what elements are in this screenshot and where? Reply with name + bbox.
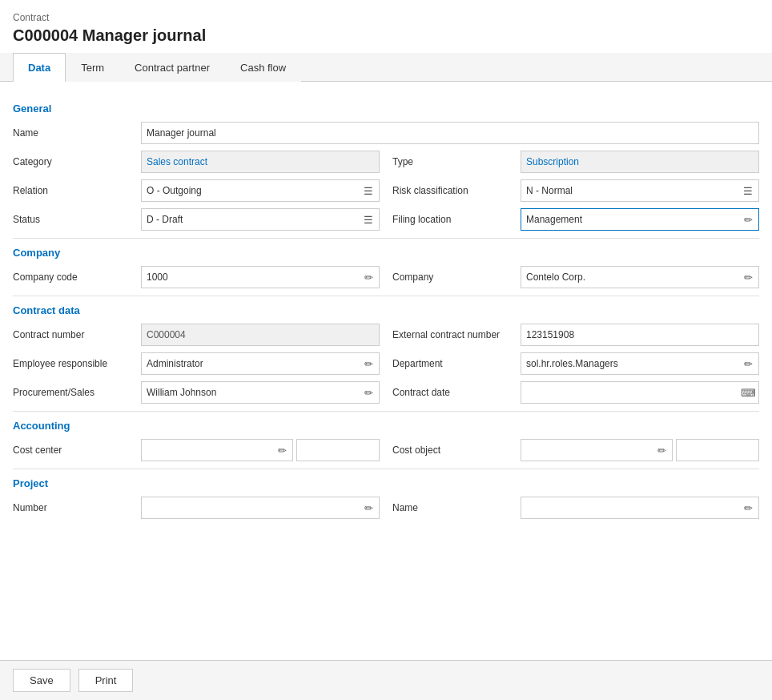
section-company: Company xyxy=(13,247,759,259)
project-name-input[interactable] xyxy=(521,500,738,516)
tab-data[interactable]: Data xyxy=(13,53,66,82)
filing-label: Filing location xyxy=(392,214,521,225)
status-input-group: ☰ xyxy=(141,208,380,231)
page-title: C000004 Manager journal xyxy=(0,26,772,53)
cost-object-name-input[interactable] xyxy=(676,439,759,461)
name-label: Name xyxy=(13,127,141,139)
cost-object-code-input[interactable] xyxy=(521,442,651,458)
company-input[interactable] xyxy=(521,269,738,285)
employee-input-group: ✏ xyxy=(141,352,380,375)
department-input[interactable] xyxy=(521,356,738,372)
tab-cash-flow[interactable]: Cash flow xyxy=(225,53,301,82)
cost-object-code-group: ✏ xyxy=(521,439,673,461)
relation-input[interactable] xyxy=(142,183,358,199)
risk-half: Risk classification ☰ xyxy=(392,179,759,202)
company-code-label: Company code xyxy=(13,272,141,283)
relation-field: ☰ xyxy=(141,179,380,202)
contract-date-field: ⌨ xyxy=(521,381,759,404)
tab-contract-partner[interactable]: Contract partner xyxy=(119,53,225,82)
project-number-half: Number ✏ xyxy=(13,497,380,519)
bottom-bar: Save Print xyxy=(0,660,772,700)
project-number-input[interactable] xyxy=(142,500,358,516)
status-input[interactable] xyxy=(142,211,358,227)
risk-input[interactable] xyxy=(521,183,738,199)
section-project: Project xyxy=(13,477,759,489)
risk-dropdown-icon[interactable]: ☰ xyxy=(738,180,758,201)
status-dropdown-icon[interactable]: ☰ xyxy=(358,209,379,230)
company-edit-icon[interactable]: ✏ xyxy=(738,267,758,288)
filing-field: ✏ xyxy=(521,208,759,231)
company-half: Company ✏ xyxy=(392,266,759,288)
project-number-input-group: ✏ xyxy=(141,497,380,519)
relation-input-group: ☰ xyxy=(141,179,380,202)
ext-contract-input[interactable] xyxy=(521,324,759,346)
cost-object-edit-icon[interactable]: ✏ xyxy=(651,440,672,461)
filing-input[interactable] xyxy=(521,211,738,227)
employee-edit-icon[interactable]: ✏ xyxy=(358,353,379,374)
risk-field: ☰ xyxy=(521,179,759,202)
cost-object-label: Cost object xyxy=(392,445,521,456)
contract-number-field xyxy=(141,324,380,346)
category-input[interactable] xyxy=(141,151,380,173)
section-accounting: Accounting xyxy=(13,420,759,432)
department-edit-icon[interactable]: ✏ xyxy=(738,353,758,374)
company-label: Company xyxy=(392,272,521,283)
relation-label: Relation xyxy=(13,185,141,196)
procurement-half: Procurement/Sales ✏ xyxy=(13,381,380,404)
type-half: Type xyxy=(392,151,759,173)
cost-center-label: Cost center xyxy=(13,445,141,456)
cost-center-field: ✏ xyxy=(141,439,380,461)
status-half: Status ☰ xyxy=(13,208,380,231)
department-half: Department ✏ xyxy=(392,352,759,375)
type-field xyxy=(521,151,759,173)
cost-center-name-input[interactable] xyxy=(296,439,380,461)
cost-center-edit-icon[interactable]: ✏ xyxy=(271,440,292,461)
company-code-edit-icon[interactable]: ✏ xyxy=(358,267,379,288)
section-general: General xyxy=(13,103,759,115)
cost-center-half: Cost center ✏ xyxy=(13,439,380,461)
employee-field: ✏ xyxy=(141,352,380,375)
tab-term[interactable]: Term xyxy=(66,53,119,82)
name-input[interactable] xyxy=(141,122,759,144)
project-number-label: Number xyxy=(13,502,141,513)
relation-dropdown-icon[interactable]: ☰ xyxy=(358,180,379,201)
project-name-edit-icon[interactable]: ✏ xyxy=(738,497,758,518)
relation-half: Relation ☰ xyxy=(13,179,380,202)
project-name-label: Name xyxy=(392,502,521,513)
company-input-group: ✏ xyxy=(521,266,759,288)
procurement-edit-icon[interactable]: ✏ xyxy=(358,382,379,403)
cost-center-code-input[interactable] xyxy=(142,442,271,458)
relation-risk-row: Relation ☰ Risk classification ☰ xyxy=(13,179,759,203)
contract-number-label: Contract number xyxy=(13,329,141,340)
main-content: General Name Category Type xyxy=(0,82,772,700)
employee-input[interactable] xyxy=(142,356,358,372)
contract-number-half: Contract number xyxy=(13,324,380,346)
contract-date-calendar-icon[interactable]: ⌨ xyxy=(738,382,758,403)
project-name-input-group: ✏ xyxy=(521,497,759,519)
project-number-edit-icon[interactable]: ✏ xyxy=(358,497,379,518)
contract-date-input[interactable] xyxy=(521,384,738,400)
contract-number-input[interactable] xyxy=(141,324,380,346)
type-input[interactable] xyxy=(521,151,759,173)
contract-number-row: Contract number External contract number xyxy=(13,323,759,347)
company-code-field: ✏ xyxy=(141,266,380,288)
procurement-input[interactable] xyxy=(142,384,358,400)
print-button[interactable]: Print xyxy=(78,669,134,692)
contract-date-label: Contract date xyxy=(392,387,521,398)
contract-date-half: Contract date ⌨ xyxy=(392,381,759,404)
save-button[interactable]: Save xyxy=(13,669,70,692)
procurement-input-group: ✏ xyxy=(141,381,380,404)
filing-input-group: ✏ xyxy=(521,208,759,231)
employee-dept-row: Employee responsible ✏ Department ✏ xyxy=(13,352,759,376)
cost-row: Cost center ✏ Cost object xyxy=(13,438,759,462)
project-name-field: ✏ xyxy=(521,497,759,519)
company-code-input[interactable] xyxy=(142,269,358,285)
section-contract-data: Contract data xyxy=(13,304,759,316)
breadcrumb: Contract xyxy=(13,12,49,23)
category-type-row: Category Type xyxy=(13,150,759,174)
company-row: Company code ✏ Company ✏ xyxy=(13,265,759,289)
status-filing-row: Status ☰ Filing location ✏ xyxy=(13,207,759,231)
filing-edit-icon[interactable]: ✏ xyxy=(738,209,758,230)
name-field xyxy=(141,122,759,144)
procurement-date-row: Procurement/Sales ✏ Contract date ⌨ xyxy=(13,380,759,404)
